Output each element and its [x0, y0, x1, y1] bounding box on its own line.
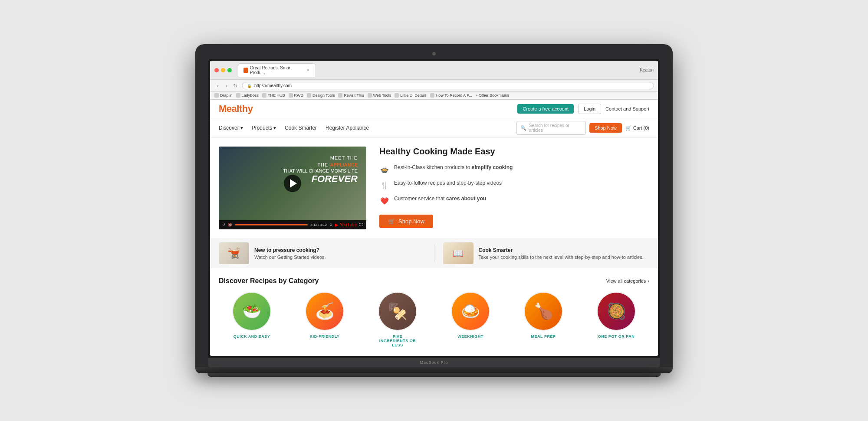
fullscreen-icon[interactable]: ⛶ — [359, 223, 363, 227]
bookmark-label: Draplin — [220, 93, 233, 98]
nav-cook-smarter[interactable]: Cook Smarter — [285, 125, 317, 131]
active-tab[interactable]: Great Recipes. Smart Produ... ✕ — [238, 63, 316, 77]
feature-text-cooking: Best-in-Class kitchen products to simpli… — [394, 164, 513, 170]
screen-bezel: Great Recipes. Smart Produ... ✕ Keaton ‹… — [208, 59, 660, 358]
promo-desc-cook: Take your cooking skills to the next lev… — [479, 255, 644, 260]
play-button[interactable] — [284, 175, 301, 192]
minimize-button[interactable] — [221, 68, 225, 72]
close-button[interactable] — [214, 68, 219, 72]
recipes-section: Discover Recipes by Category View all ca… — [210, 268, 658, 356]
pressure-cooker-icon: 🫕 — [227, 247, 240, 259]
bookmark-record[interactable]: How To Record A P... — [430, 93, 472, 98]
nav-products[interactable]: Products ▾ — [252, 125, 276, 131]
bookmark-revisit[interactable]: Revisit This — [338, 93, 364, 98]
refresh-button[interactable]: ↻ — [232, 82, 239, 89]
search-box[interactable]: 🔍 Search for recipes or articles — [516, 121, 586, 135]
nav-search-area: 🔍 Search for recipes or articles Shop No… — [516, 121, 649, 135]
nav-buttons: ‹ › ↻ — [214, 82, 239, 89]
chevron-down-icon: ▾ — [273, 125, 276, 131]
bookmark-label: Revisit This — [344, 93, 364, 98]
promo-title-pressure: New to pressure cooking? — [254, 247, 326, 253]
bookmark-label: LadyBoss — [242, 93, 259, 98]
create-account-button[interactable]: Create a free account — [517, 104, 574, 114]
utensils-icon: 🍴 — [379, 180, 390, 190]
shop-now-hero-button[interactable]: 🛒 Shop Now — [379, 215, 433, 228]
cart-link[interactable]: 🛒 Cart (0) — [625, 125, 649, 131]
feature-item-cooking: 🍲 Best-in-Class kitchen products to simp… — [379, 164, 649, 175]
bookmark-label: Web Tools — [373, 93, 391, 98]
screen: Great Recipes. Smart Produ... ✕ Keaton ‹… — [210, 61, 658, 356]
category-five-ingredients[interactable]: 🍢 FIVE INGREDIENTS OR LESS — [378, 292, 417, 347]
tab-favicon — [243, 68, 248, 73]
tab-close-button[interactable]: ✕ — [306, 68, 310, 73]
bookmark-ui-details[interactable]: Little UI Details — [395, 93, 427, 98]
video-time: 4:12 / 4:12 — [310, 223, 327, 227]
bookmark-rwd[interactable]: RWD — [289, 93, 303, 98]
nav-links: Discover ▾ Products ▾ Cook Smarter Regis… — [219, 125, 369, 131]
bookmark-other[interactable]: » Other Bookmarks — [476, 93, 510, 98]
video-container: MEET THE THE APPLIANCE THAT WILL CHANGE … — [219, 147, 366, 229]
login-button[interactable]: Login — [578, 104, 601, 114]
video-appliance-text: THE APPLIANCE — [283, 160, 358, 168]
pot-icon: 🍲 — [379, 164, 390, 175]
bookmark-label: Little UI Details — [400, 93, 427, 98]
category-quick-easy[interactable]: 🥗 QUICK AND EASY — [232, 292, 271, 347]
settings-icon[interactable]: ⚙ — [329, 223, 332, 227]
contact-support-link[interactable]: Contact and Support — [605, 106, 649, 111]
category-one-pot[interactable]: 🥘 ONE POT OR PAN — [597, 292, 636, 347]
site-logo[interactable]: Mealthy — [219, 103, 253, 114]
browser-addressbar: ‹ › ↻ 🔒 https://mealthy.com — [210, 80, 658, 92]
address-bar[interactable]: 🔒 https://mealthy.com — [242, 82, 654, 89]
bookmark-ladyboss[interactable]: LadyBoss — [236, 93, 259, 98]
nav-register-appliance[interactable]: Register Appliance — [326, 125, 369, 131]
bookmark-design-tools[interactable]: Design Tools — [307, 93, 335, 98]
bookmarks-bar: Draplin LadyBoss THE HUB RWD — [210, 92, 658, 99]
feature-text-service: Customer service that cares about you — [394, 196, 486, 202]
cart-icon-btn: 🛒 — [388, 218, 395, 225]
laptop-bottom-bezel: MacBook Pro — [208, 358, 660, 367]
bookmark-icon — [338, 93, 342, 98]
bookmark-draplin[interactable]: Draplin — [214, 93, 233, 98]
mute-icon[interactable]: 🔇 — [228, 223, 232, 227]
feature-list: 🍲 Best-in-Class kitchen products to simp… — [379, 164, 649, 206]
bookmark-hub[interactable]: THE HUB — [262, 93, 285, 98]
nav-discover[interactable]: Discover ▾ — [219, 125, 243, 131]
bookmark-web-tools[interactable]: Web Tools — [368, 93, 391, 98]
shop-now-nav-button[interactable]: Shop Now — [589, 123, 622, 133]
search-placeholder: Search for recipes or articles — [529, 123, 582, 133]
laptop-base — [195, 367, 673, 373]
browser-titlebar: Great Recipes. Smart Produ... ✕ Keaton — [210, 61, 658, 80]
site-header-top: Mealthy Create a free account Login Cont… — [210, 100, 658, 118]
profile-name: Keaton — [640, 68, 654, 72]
bookmark-label: » Other Bookmarks — [476, 93, 510, 98]
replay-icon[interactable]: ↺ — [222, 223, 225, 227]
video-thumbnail: MEET THE THE APPLIANCE THAT WILL CHANGE … — [219, 147, 366, 220]
progress-bar[interactable] — [235, 224, 308, 225]
back-button[interactable]: ‹ — [214, 82, 221, 89]
website-content: Mealthy Create a free account Login Cont… — [210, 100, 658, 356]
progress-fill — [235, 224, 308, 225]
category-meal-prep[interactable]: 🍗 MEAL PREP — [524, 292, 563, 347]
bookmark-icon — [214, 93, 219, 98]
laptop-foot — [207, 373, 661, 377]
bookmark-icon — [430, 93, 434, 98]
category-label-meal: MEAL PREP — [531, 334, 556, 339]
promo-pressure-cooking[interactable]: 🫕 New to pressure cooking? Watch our Get… — [219, 242, 425, 264]
camera — [432, 52, 436, 55]
category-weeknight[interactable]: 🍛 WEEKNIGHT — [451, 292, 490, 347]
promo-cook-smarter[interactable]: 📖 Cook Smarter Take your cooking skills … — [443, 242, 650, 264]
category-kid-friendly[interactable]: 🍝 KID-FRIENDLY — [305, 292, 344, 347]
browser-chrome: Great Recipes. Smart Produ... ✕ Keaton ‹… — [210, 61, 658, 100]
cook-smarter-icon: 📖 — [453, 248, 464, 258]
forward-button[interactable]: › — [223, 82, 230, 89]
video-controls[interactable]: ↺ 🔇 4:12 / 4:12 ⚙ ▶ YouTube ⛶ — [219, 220, 366, 229]
category-label-kid: KID-FRIENDLY — [310, 334, 340, 339]
youtube-logo: ▶ YouTube — [335, 222, 357, 227]
view-all-link[interactable]: View all categories › — [606, 278, 649, 284]
category-circle-quick: 🥗 — [232, 292, 271, 331]
chevron-right-icon: › — [648, 278, 649, 284]
category-circle-kid: 🍝 — [305, 292, 344, 331]
maximize-button[interactable] — [227, 68, 232, 72]
promo-text-pressure: New to pressure cooking? Watch our Getti… — [254, 247, 326, 260]
hero-section: MEET THE THE APPLIANCE THAT WILL CHANGE … — [210, 138, 658, 238]
